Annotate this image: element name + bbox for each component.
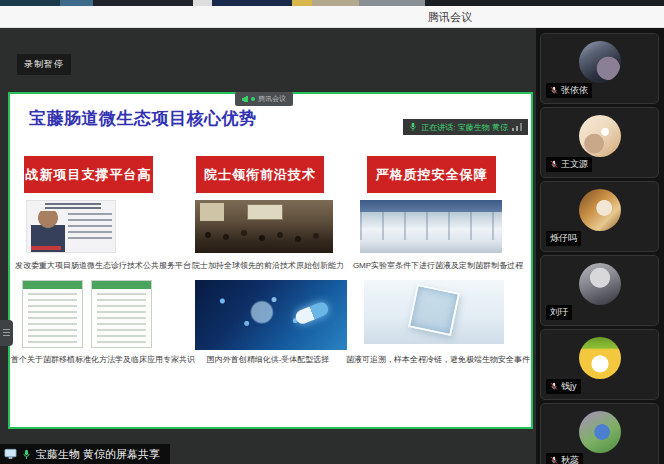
participant-tile[interactable]: 张依依 [540,33,659,104]
participant-nametag: 王文源 [546,157,592,172]
muted-mic-icon [550,160,558,169]
screen-share-status-bar: 宝藤生物 黄倞的屏幕共享 [0,444,170,464]
capsule-graphic [294,300,331,326]
participants-sidebar: 张依依 王文源 烁仔吗 [536,28,664,464]
slide-header-box-3: 严格质控安全保障 [367,156,496,193]
participant-name: 秋蕊 [561,454,579,464]
document-page [22,280,83,348]
photo-layer [360,212,502,240]
matching-technology-image [195,280,347,350]
participant-nametag: 张依依 [546,83,592,98]
participant-name: 刘玗 [550,306,568,319]
document-page [91,280,152,348]
active-speaker-badge: 正在讲话: 宝藤生物 黄倞 [403,119,528,135]
meeting-main-area: 录制暂停 腾讯会议 宝藤肠道微生态项目核心优势 正在讲话: 宝藤生物 黄倞 战新… [0,28,664,464]
participant-nametag: 刘玗 [546,305,572,320]
participant-tile[interactable]: 烁仔吗 [540,181,659,252]
conference-room-photo [195,200,333,253]
photo-layer [31,246,61,250]
participant-name: 张依依 [561,84,588,97]
gmp-lab-corridor-photo [360,200,502,253]
avatar [579,41,621,83]
caption-top-2: 院士加持全球领先的前沿技术原始创新能力 [182,260,354,271]
panel-toggle-handle[interactable] [0,320,13,346]
share-bar-label: 宝藤生物 黄倞的屏幕共享 [36,447,160,462]
recording-paused-badge[interactable]: 录制暂停 [17,54,71,75]
avatar [579,189,621,231]
photo-layer [45,203,101,209]
caption-top-1: 发改委重大项目肠道微生态诊疗技术公共服务平台 [10,260,196,271]
caption-bottom-2: 国内外首创精细化供-受体配型选择 [182,354,354,365]
muted-mic-icon [550,456,558,464]
window-title: 腾讯会议 [400,10,500,25]
caption-bottom-1: 首个关于菌群移植标准化方法学及临床应用专家共识 [10,354,196,365]
participant-nametag: 秋蕊 [546,453,583,464]
muted-mic-icon [550,86,558,95]
slide-title: 宝藤肠道微生态项目核心优势 [29,107,257,130]
photo-layer [200,203,224,221]
screen-share-icon [4,448,17,460]
slide-header-box-2: 院士领衔前沿技术 [196,156,324,193]
slide-header-box-1: 战新项目支撑平台高 [24,156,153,193]
participant-name: 钱jy [561,380,577,393]
ice-cube-graphic [408,284,460,336]
consensus-documents-image [22,280,152,348]
microphone-active-icon [22,449,31,460]
avatar [579,337,621,379]
avatar [579,115,621,157]
participant-name: 烁仔吗 [550,232,577,245]
microphone-icon [409,122,417,132]
floating-toolbar-label: 腾讯会议 [258,94,286,104]
avatar [579,263,621,305]
participant-nametag: 钱jy [546,379,581,394]
participant-tile[interactable]: 王文源 [540,107,659,178]
photo-layer [247,204,283,220]
active-speaker-label: 正在讲话: 宝藤生物 黄倞 [421,122,508,133]
cold-chain-ice-image [364,280,504,344]
participant-tile[interactable]: 钱jy [540,329,659,400]
participant-nametag: 烁仔吗 [546,231,581,246]
caption-top-3: GMP实验室条件下进行菌液及定制菌群制备过程 [344,260,532,271]
photo-layer [360,200,502,212]
signal-strength-icon [512,123,522,131]
avatar [579,411,621,453]
muted-mic-icon [550,382,558,391]
caption-bottom-3: 菌液可追溯，样本全程冷链，避免极端生物安全事件 [344,354,532,365]
participant-tile[interactable]: 秋蕊 [540,403,659,464]
os-titlebar: 腾讯会议 [0,6,664,28]
speaker-photo [26,200,116,253]
floating-meeting-toolbar: 腾讯会议 [235,92,293,106]
app-window: 腾讯会议 录制暂停 腾讯会议 宝藤肠道微生态项目核心优势 正在讲话: 宝藤生物 … [0,0,664,464]
participant-name: 王文源 [561,158,588,171]
grip-lines-icon [3,329,10,337]
network-signal-icon [242,96,248,102]
shared-screen-slide: 腾讯会议 宝藤肠道微生态项目核心优势 正在讲话: 宝藤生物 黄倞 战新项目支撑平… [8,92,533,429]
status-dot-icon [251,97,255,101]
photo-layer [68,213,112,243]
photo-layer [205,232,211,238]
participant-tile[interactable]: 刘玗 [540,255,659,326]
